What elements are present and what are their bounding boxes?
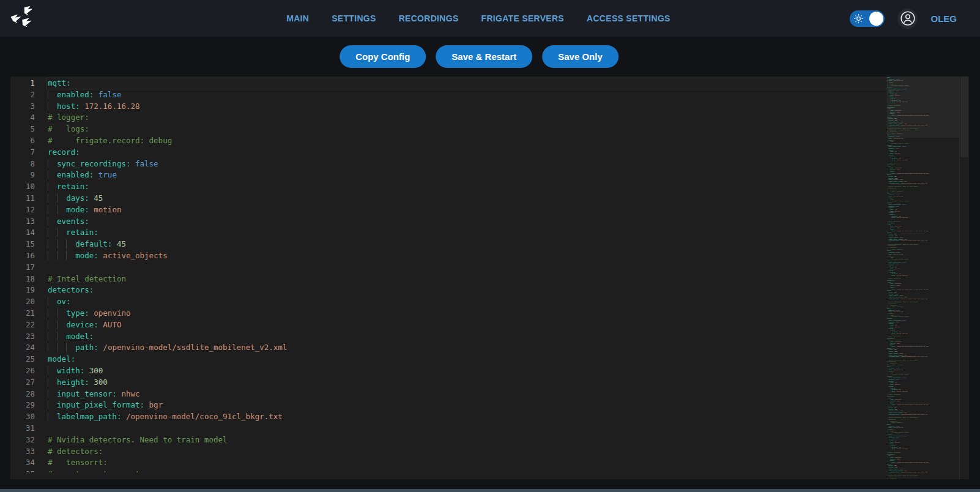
code-line[interactable]: 16 mode: active_objects [10, 250, 887, 262]
code-line[interactable]: 28 input_tensor: nhwc [10, 389, 887, 400]
nav-item-main[interactable]: MAIN [286, 13, 309, 23]
frigate-logo[interactable] [9, 4, 37, 32]
code-line[interactable]: 8 sync_recordings: false [10, 158, 887, 170]
code-text: host: 172.16.16.28 [35, 101, 887, 113]
code-line[interactable]: 9 enabled: true [10, 170, 887, 181]
line-number: 23 [10, 331, 35, 343]
code-text: sync_recordings: false [35, 158, 887, 170]
code-text: device: AUTO [35, 319, 887, 331]
line-number: 33 [10, 446, 35, 458]
code-lines[interactable]: 1mqtt:2 enabled: false3 host: 172.16.16.… [10, 78, 887, 472]
username[interactable]: OLEG [930, 13, 957, 24]
line-number: 29 [10, 400, 35, 411]
config-toolbar: Copy ConfigSave & RestartSave Only [340, 45, 618, 68]
code-line[interactable]: 1mqtt: [10, 78, 887, 89]
code-line[interactable]: 17 [10, 262, 887, 274]
line-number: 20 [10, 296, 35, 308]
copy-config-button[interactable]: Copy Config [340, 45, 426, 68]
code-line[interactable]: 6# frigate.record: debug [10, 135, 887, 147]
code-text: # Nvidia detectors. Need to train model [35, 434, 887, 446]
editor-scrollbar[interactable] [960, 76, 968, 157]
code-line[interactable]: 24 path: /openvino-model/ssdlite_mobilen… [10, 342, 887, 354]
code-text: input_pixel_format: bgr [35, 400, 887, 411]
minimap-line: # tensorrt: [887, 478, 959, 479]
line-number: 26 [10, 365, 35, 377]
line-number: 34 [10, 457, 35, 469]
line-number: 28 [10, 389, 35, 400]
nav-item-recordings[interactable]: RECORDINGS [399, 13, 459, 23]
code-line[interactable]: 2 enabled: false [10, 89, 887, 101]
code-line[interactable]: 31 [10, 423, 887, 434]
nav-item-access-settings[interactable]: ACCESS SETTINGS [587, 13, 670, 23]
code-line[interactable]: 32# Nvidia detectors. Need to train mode… [10, 434, 887, 446]
code-text: # logs: [35, 124, 887, 135]
code-text: width: 300 [35, 365, 887, 377]
code-text: enabled: false [35, 89, 887, 101]
code-text: # Intel detection [35, 274, 887, 285]
code-line[interactable]: 33# detectors: [10, 446, 887, 458]
user-avatar[interactable] [897, 9, 918, 29]
line-number: 22 [10, 319, 35, 331]
code-line[interactable]: 3 host: 172.16.16.28 [10, 101, 887, 113]
line-number: 8 [10, 158, 35, 170]
code-line[interactable]: 30 labelmap_path: /openvino-model/coco_9… [10, 411, 887, 423]
code-line[interactable]: 12 mode: motion [10, 204, 887, 216]
code-line[interactable]: 35# type: tensorrt [10, 469, 887, 472]
line-number: 7 [10, 147, 35, 158]
code-text: detectors: [35, 285, 887, 296]
code-line[interactable]: 34# tensorrt: [10, 457, 887, 469]
code-text: type: openvino [35, 308, 887, 319]
save-restart-button[interactable]: Save & Restart [436, 45, 532, 68]
code-line[interactable]: 4# logger: [10, 112, 887, 124]
code-line[interactable]: 11 days: 45 [10, 193, 887, 204]
code-line[interactable]: 10 retain: [10, 181, 887, 193]
nav-item-frigate-servers[interactable]: FRIGATE SERVERS [481, 13, 564, 23]
code-text: retain: [35, 227, 887, 239]
code-line[interactable]: 18# Intel detection [10, 274, 887, 285]
config-editor[interactable]: 1mqtt:2 enabled: false3 host: 172.16.16.… [10, 76, 969, 479]
theme-toggle[interactable] [850, 10, 885, 27]
minimap[interactable]: mqtt: enabled: false host: 172.16.16.28#… [887, 76, 959, 479]
line-number: 24 [10, 342, 35, 354]
line-number: 4 [10, 112, 35, 124]
code-line[interactable]: 19detectors: [10, 285, 887, 296]
code-text: record: [35, 147, 887, 158]
code-text: path: /openvino-model/ssdlite_mobilenet_… [35, 342, 887, 354]
editor-scrollbar-divider [959, 76, 960, 479]
code-line[interactable]: 26 width: 300 [10, 365, 887, 377]
code-line[interactable]: 29 input_pixel_format: bgr [10, 400, 887, 411]
code-line[interactable]: 7record: [10, 147, 887, 158]
code-text: ov: [35, 296, 887, 308]
code-line[interactable]: 22 device: AUTO [10, 319, 887, 331]
line-number: 15 [10, 239, 35, 250]
code-text: mode: motion [35, 204, 887, 216]
code-text: labelmap_path: /openvino-model/coco_91cl… [35, 411, 887, 423]
code-line[interactable]: 25model: [10, 354, 887, 365]
horizontal-page-scrollbar[interactable] [0, 489, 980, 492]
code-line[interactable]: 5# logs: [10, 124, 887, 135]
code-line[interactable]: 15 default: 45 [10, 239, 887, 250]
line-number: 13 [10, 216, 35, 228]
nav-item-settings[interactable]: SETTINGS [332, 13, 376, 23]
save-only-button[interactable]: Save Only [542, 45, 618, 68]
code-line[interactable]: 21 type: openvino [10, 308, 887, 319]
code-line[interactable]: 14 retain: [10, 227, 887, 239]
code-text: # frigate.record: debug [35, 135, 887, 147]
code-line[interactable]: 13 events: [10, 216, 887, 228]
line-number: 1 [10, 78, 35, 89]
line-number: 12 [10, 204, 35, 216]
code-text: events: [35, 216, 887, 228]
code-text: model: [35, 331, 887, 343]
minimap-viewport [887, 76, 959, 138]
header-right-group: OLEG [850, 9, 980, 29]
code-line[interactable]: 23 model: [10, 331, 887, 343]
code-line[interactable]: 20 ov: [10, 296, 887, 308]
code-text: retain: [35, 181, 887, 193]
line-number: 32 [10, 434, 35, 446]
toggle-knob [869, 12, 883, 26]
line-number: 14 [10, 227, 35, 239]
code-text: model: [35, 354, 887, 365]
code-line[interactable]: 27 height: 300 [10, 377, 887, 389]
top-nav-bar: MAINSETTINGSRECORDINGSFRIGATE SERVERSACC… [0, 0, 980, 37]
line-number: 19 [10, 285, 35, 296]
